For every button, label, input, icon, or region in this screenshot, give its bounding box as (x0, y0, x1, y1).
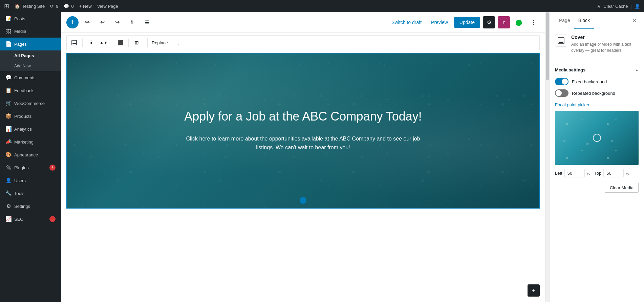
sidebar-item-media[interactable]: 🖼 Media (0, 25, 61, 38)
sidebar-item-plugins[interactable]: 🔌 Plugins 5 (0, 161, 61, 174)
cover-block-icon (71, 40, 77, 45)
content-position-button[interactable]: ⊞ (131, 37, 143, 49)
more-options-button[interactable]: ⋮ (528, 16, 540, 28)
admin-user[interactable]: 👤 (635, 4, 640, 9)
update-button[interactable]: Update (454, 17, 480, 28)
updates[interactable]: ⟳ 9 (50, 4, 58, 9)
analytics-icon: 📊 (5, 126, 12, 132)
separator-1 (82, 39, 83, 47)
focal-coordinates: Left % Top % (555, 169, 639, 177)
sidebar-submenu-add-new[interactable]: Add New (0, 61, 61, 71)
left-coord-group: Left % (555, 169, 590, 177)
chevron-up-icon: ▲ (635, 68, 639, 72)
site-name[interactable]: 🏠 Testing Site (15, 4, 45, 9)
sidebar-item-products[interactable]: 📦 Products (0, 110, 61, 123)
focal-point-image[interactable] (555, 111, 639, 165)
cover-subtitle[interactable]: Click here to learn more about the oppor… (181, 134, 425, 152)
cover-content: Apply for a Job at the ABC Company Today… (168, 96, 438, 165)
add-block-canvas-button[interactable]: + (528, 284, 540, 297)
admin-bar-right: 🖨 Clear Cache | 👤 (597, 4, 640, 9)
more-block-options-button[interactable]: ⋮ (173, 38, 184, 48)
move-up-down-button[interactable]: ▲▼ (98, 37, 110, 49)
redo-button[interactable]: ↪ (111, 16, 123, 28)
separator-3 (128, 39, 129, 47)
focal-point-label[interactable]: Focal point picker (555, 102, 639, 107)
main-layout: 📝 Posts 🖼 Media 📄 Pages All Pages Add Ne… (0, 12, 644, 302)
align-full-button[interactable]: ⬛ (114, 37, 126, 49)
editor-toolbar: + ✏ ↩ ↪ ℹ ☰ Switch to draft Preview Upda… (61, 12, 545, 33)
scrollbar-thumb[interactable] (546, 12, 549, 80)
view-page[interactable]: View Page (97, 4, 118, 9)
admin-bar: ⊞ 🏠 Testing Site ⟳ 9 💬 0 + New View Page… (0, 0, 644, 12)
list-view-button[interactable]: ☰ (141, 16, 153, 28)
block-type-button[interactable] (68, 37, 80, 49)
block-description: Add an image or video with a text overla… (571, 41, 639, 53)
tools-icon: 🔧 (5, 190, 12, 196)
replace-button[interactable]: Replace (147, 38, 172, 47)
undo-button[interactable]: ↩ (96, 16, 108, 28)
sidebar-item-analytics[interactable]: 📊 Analytics (0, 123, 61, 135)
sidebar-item-users[interactable]: 👤 Users (0, 174, 61, 187)
sidebar-item-pages[interactable]: 📄 Pages (0, 38, 61, 50)
toolbar-right: Switch to draft Preview Update ⚙ Y ⬤ ⋮ (388, 16, 540, 28)
repeated-background-label: Repeated background (572, 91, 615, 96)
add-block-button[interactable]: + (66, 16, 79, 28)
left-label: Left (555, 171, 562, 176)
clear-cache[interactable]: 🖨 Clear Cache (597, 4, 628, 9)
yoast-button[interactable]: Y (498, 16, 510, 28)
sidebar-item-appearance[interactable]: 🎨 Appearance (0, 148, 61, 161)
svg-rect-1 (72, 43, 76, 44)
top-input[interactable] (603, 169, 624, 177)
sidebar-item-comments[interactable]: 💬 Comments (0, 71, 61, 84)
edit-tool-button[interactable]: ✏ (81, 16, 93, 28)
marketing-icon: 📣 (5, 139, 12, 145)
info-button[interactable]: ℹ (126, 16, 138, 28)
comments[interactable]: 💬 0 (64, 4, 73, 9)
switch-to-draft-button[interactable]: Switch to draft (388, 18, 425, 27)
cover-drag-handle[interactable] (300, 197, 306, 204)
sidebar-item-seo[interactable]: 📈 SEO 3 (0, 213, 61, 225)
sidebar-item-posts[interactable]: 📝 Posts (0, 12, 61, 25)
home-icon: 🏠 (15, 4, 20, 9)
fixed-background-row: Fixed background (555, 78, 639, 85)
separator-4 (145, 39, 145, 47)
settings-icon: ⚙ (5, 203, 12, 209)
feedback-icon: 📋 (5, 87, 12, 93)
block-info: Cover Add an image or video with a text … (555, 35, 639, 59)
updates-icon: ⟳ (50, 4, 54, 9)
panel-tabs: Page Block ✕ (550, 12, 644, 29)
comments-icon: 💬 (5, 74, 12, 81)
tab-block[interactable]: Block (574, 12, 594, 29)
left-input[interactable] (564, 169, 585, 177)
cover-title[interactable]: Apply for a Job at the ABC Company Today… (181, 109, 425, 124)
sidebar-item-feedback[interactable]: 📋 Feedback (0, 84, 61, 97)
sidebar-item-settings[interactable]: ⚙ Settings (0, 200, 61, 213)
elementor-button[interactable]: ⬤ (513, 16, 525, 28)
settings-panel-button[interactable]: ⚙ (483, 16, 495, 28)
block-type-icon (555, 35, 567, 47)
sidebar-item-tools[interactable]: 🔧 Tools (0, 187, 61, 200)
tab-page[interactable]: Page (555, 12, 574, 29)
plugins-icon: 🔌 (5, 165, 12, 171)
sidebar-submenu-all-pages[interactable]: All Pages (0, 50, 61, 61)
preview-button[interactable]: Preview (428, 18, 451, 27)
clear-media-button[interactable]: Clear Media (605, 183, 639, 193)
repeated-background-toggle[interactable] (555, 89, 568, 97)
seo-badge: 3 (49, 216, 56, 222)
drag-handle-button[interactable]: ⠿ (85, 37, 97, 49)
cover-icon-svg (558, 37, 564, 44)
cover-block[interactable]: Apply for a Job at the ABC Company Today… (66, 53, 540, 209)
fixed-background-toggle[interactable] (555, 78, 568, 85)
sidebar-item-marketing[interactable]: 📣 Marketing (0, 135, 61, 148)
scrollbar-track[interactable] (545, 12, 549, 302)
media-settings-header[interactable]: Media settings ▲ (555, 67, 639, 72)
focal-point-marker[interactable] (593, 134, 601, 142)
block-toolbar: ⠿ ▲▼ ⬛ ⊞ Replace ⋮ (66, 35, 540, 50)
new-content[interactable]: + New (79, 4, 92, 9)
panel-close-button[interactable]: ✕ (631, 16, 639, 26)
sidebar-item-woocommerce[interactable]: 🛒 WooCommerce (0, 97, 61, 110)
media-icon: 🖼 (5, 28, 12, 34)
svg-rect-3 (559, 42, 563, 43)
separator-2 (112, 39, 112, 47)
wp-logo[interactable]: ⊞ (4, 2, 9, 10)
